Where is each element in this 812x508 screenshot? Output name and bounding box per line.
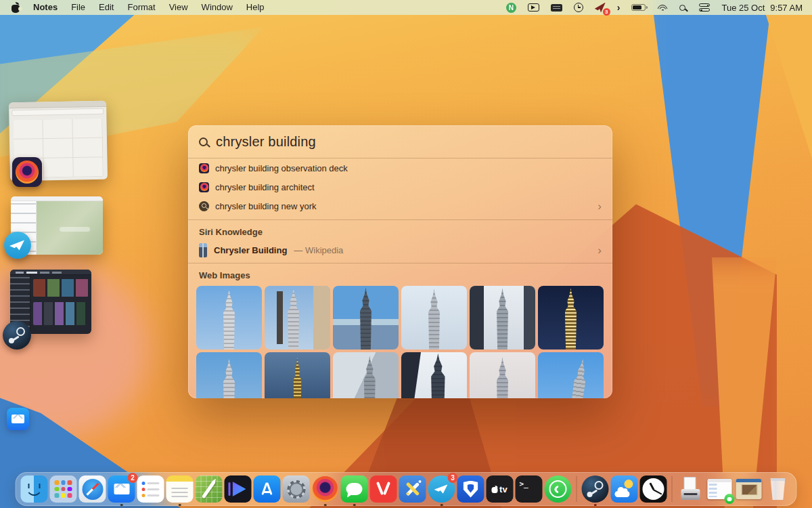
menu-extras-chevron-icon[interactable]: › (617, 0, 621, 15)
wifi-icon[interactable] (657, 3, 668, 12)
spotlight-search-row[interactable]: chrysler building (188, 125, 612, 158)
messages-badge-icon (725, 494, 735, 504)
suggestion-label: chrysler building new york (215, 201, 317, 211)
dock-notes-icon[interactable] (166, 475, 194, 503)
menu-window[interactable]: Window (196, 0, 239, 15)
siri-knowledge-result[interactable]: Chrysler Building — Wikipedia › (188, 240, 612, 260)
dock-finder-icon[interactable] (21, 475, 48, 503)
menu-app-name[interactable]: Notes (27, 0, 64, 15)
suggestion-row[interactable]: chrysler building architect (188, 177, 612, 196)
running-indicator (594, 504, 597, 507)
web-image-thumbnail[interactable] (538, 286, 604, 350)
search-input[interactable]: chrysler building (216, 134, 316, 150)
desktop: Notes File Edit Format View Window Help … (0, 0, 812, 508)
suggestion-row[interactable]: chrysler building new york › (188, 196, 612, 215)
firefox-preview-tabbar (9, 101, 106, 109)
status-badge: 3 (603, 8, 610, 16)
dock-mail-icon[interactable]: 2 (108, 475, 135, 503)
menu-edit[interactable]: Edit (93, 0, 120, 15)
dock-safari-icon[interactable] (79, 475, 106, 503)
dock-minimized-messages-window[interactable] (706, 475, 734, 503)
web-image-thumbnail[interactable] (333, 352, 399, 398)
dock-printer-icon[interactable] (677, 475, 704, 503)
notification-app-icon[interactable]: 3 (595, 0, 606, 15)
dock-vivaldi-icon[interactable] (370, 475, 397, 503)
suggestion-label: chrysler building architect (215, 182, 315, 192)
web-image-thumbnail[interactable] (470, 352, 535, 398)
mail-desktop-icon[interactable] (7, 408, 29, 430)
menu-bar-left: Notes File Edit Format View Window Help (0, 0, 271, 15)
dock-separator (577, 476, 577, 502)
web-image-thumbnail[interactable] (470, 286, 535, 350)
telegram-preview-badge-icon[interactable] (4, 232, 31, 259)
menu-view[interactable]: View (163, 0, 194, 15)
time-machine-icon[interactable] (574, 0, 583, 15)
steam-preview-game-banners (33, 279, 89, 297)
running-indicator (120, 504, 123, 507)
firefox-preview-urlbar (12, 108, 104, 116)
dock-system-settings-icon[interactable] (283, 475, 310, 503)
firefox-preview-badge-icon[interactable] (12, 157, 42, 187)
menu-bar: Notes File Edit Format View Window Help … (0, 0, 812, 15)
dock-whatsapp-icon[interactable] (545, 475, 572, 503)
dock-minimized-browser-window[interactable] (736, 475, 763, 503)
web-images-grid (188, 283, 612, 398)
dock: 2 3 tv >_ (16, 472, 797, 506)
dock-apple-tv-icon[interactable]: tv (487, 475, 514, 503)
firefox-icon (199, 163, 209, 173)
battery-icon[interactable] (631, 0, 646, 15)
web-image-thumbnail[interactable] (538, 352, 604, 398)
web-image-thumbnail[interactable] (196, 352, 262, 398)
web-image-thumbnail[interactable] (401, 286, 467, 350)
dock-trash-icon[interactable] (765, 475, 792, 503)
menu-format[interactable]: Format (121, 0, 161, 15)
suggestion-row[interactable]: chrysler building observation deck (188, 158, 612, 177)
steam-preview-badge-icon[interactable] (3, 321, 31, 350)
dock-utilities-icon[interactable] (399, 475, 426, 503)
dock-media-player-icon[interactable] (225, 475, 252, 503)
menu-bar-status: N 3 › Tue 25 Oct 9:57 AM (506, 0, 812, 15)
apple-menu-icon[interactable] (11, 2, 20, 13)
web-image-thumbnail[interactable] (196, 286, 262, 350)
dock-messages-icon[interactable] (341, 475, 368, 503)
firefox-icon (199, 182, 209, 192)
steam-preview-game-tiles (33, 302, 89, 325)
mail-badge: 2 (128, 473, 138, 483)
telegram-badge: 3 (448, 473, 458, 483)
vpn-status-icon[interactable]: N (506, 0, 516, 15)
suggestion-label: chrysler building observation deck (215, 163, 348, 173)
running-indicator (441, 504, 443, 507)
web-search-icon (199, 201, 209, 211)
dock-clock-icon[interactable] (640, 475, 667, 503)
result-thumbnail (199, 243, 207, 257)
siri-knowledge-header: Siri Knowledge (188, 220, 612, 240)
result-source: — Wikipedia (294, 245, 343, 255)
spotlight-icon[interactable] (679, 0, 687, 15)
web-image-thumbnail[interactable] (265, 352, 330, 398)
dock-telegram-icon[interactable]: 3 (428, 475, 455, 503)
dock-firefox-icon[interactable] (312, 475, 339, 503)
control-center-icon[interactable] (699, 0, 710, 15)
running-indicator (353, 504, 356, 507)
keyboard-icon[interactable] (551, 0, 562, 15)
dock-text-editor-icon[interactable] (196, 475, 223, 503)
telegram-preview-titlebar (11, 196, 103, 201)
chevron-right-icon[interactable]: › (597, 245, 602, 256)
dock-steam-icon[interactable] (582, 475, 609, 503)
dock-app-store-icon[interactable] (254, 475, 281, 503)
screen-mirroring-icon[interactable] (528, 0, 539, 15)
dock-reminders-icon[interactable] (137, 475, 164, 503)
dock-weather-icon[interactable] (611, 475, 638, 503)
dock-launchpad-icon[interactable] (50, 475, 77, 503)
menu-file[interactable]: File (65, 0, 91, 15)
chevron-right-icon[interactable]: › (597, 200, 602, 212)
web-image-thumbnail[interactable] (401, 352, 467, 398)
web-image-thumbnail[interactable] (333, 286, 399, 350)
web-image-thumbnail[interactable] (265, 286, 330, 350)
dock-bitwarden-icon[interactable] (457, 475, 484, 503)
result-title: Chrysler Building (214, 245, 287, 255)
menu-help[interactable]: Help (240, 0, 271, 15)
menu-bar-time: 9:57 AM (770, 3, 803, 13)
menu-bar-clock[interactable]: Tue 25 Oct 9:57 AM (721, 3, 803, 13)
dock-terminal-icon[interactable]: >_ (516, 475, 543, 503)
